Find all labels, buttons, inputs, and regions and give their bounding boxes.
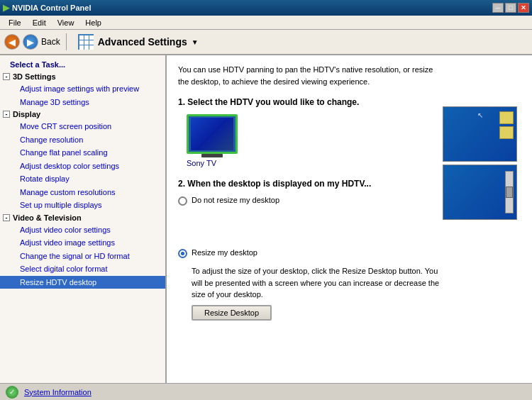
sidebar-item-select-digital[interactable]: Select digital color format — [0, 262, 165, 276]
radio-resize: Resize my desktop — [178, 248, 443, 258]
toolbar: ◀ ▶ Back Advanced Settings ▼ — [0, 30, 532, 55]
preview-icon-2 — [499, 126, 514, 139]
radio-no-resize-btn[interactable] — [178, 196, 187, 206]
preview-icon-1 — [499, 111, 514, 124]
sidebar-section-3d[interactable]: - 3D Settings — [0, 71, 165, 82]
tv-stand — [201, 154, 223, 157]
sidebar-item-adjust-image[interactable]: Adjust image settings with preview — [0, 82, 165, 96]
sidebar-3d-items: Adjust image settings with preview Manag… — [0, 82, 165, 109]
content-main: You can use HDTV panning to pan the HDTV… — [178, 64, 443, 321]
tree-expand-3d[interactable]: - — [3, 73, 10, 80]
sidebar-item-adjust-video-image[interactable]: Adjust video image settings — [0, 236, 165, 250]
sidebar-item-manage-custom[interactable]: Manage custom resolutions — [0, 186, 165, 199]
sidebar-item-change-res[interactable]: Change resolution — [0, 133, 165, 147]
status-bar: ✓ System Information — [0, 383, 532, 400]
back-label: Back — [41, 37, 60, 47]
sidebar-section-3d-label: 3D Settings — [13, 72, 56, 81]
menu-edit[interactable]: Edit — [27, 17, 52, 28]
preview-desktop-icons — [499, 111, 514, 139]
sidebar-item-rotate[interactable]: Rotate display — [0, 172, 165, 186]
menu-file[interactable]: File — [3, 17, 27, 28]
forward-button[interactable]: ▶ — [23, 34, 38, 50]
title-bar-left: ▶ NVIDIA Control Panel — [3, 3, 91, 13]
tree-expand-video[interactable]: - — [3, 214, 10, 221]
resize-desktop-button[interactable]: Resize Desktop — [192, 305, 272, 321]
radio-resize-btn[interactable] — [178, 249, 187, 258]
content-with-preview: You can use HDTV panning to pan the HDTV… — [178, 64, 521, 321]
sidebar-display-items: Move CRT screen position Change resoluti… — [0, 120, 165, 212]
sidebar-item-adjust-color[interactable]: Adjust desktop color settings — [0, 160, 165, 173]
tv-icon — [187, 114, 238, 154]
content-area: You can use HDTV panning to pan the HDTV… — [167, 55, 532, 383]
section1-title: 1. Select the HDTV you would like to cha… — [178, 97, 443, 107]
preview-slider-thumb — [506, 187, 513, 198]
menu-help[interactable]: Help — [79, 17, 107, 28]
tv-screen — [191, 118, 233, 150]
preview-column: ↖ — [443, 64, 521, 321]
tv-icon-wrapper[interactable] — [187, 114, 238, 157]
sidebar-item-setup-multiple[interactable]: Set up multiple displays — [0, 199, 165, 212]
app-logo-icon: ▶ — [3, 3, 9, 13]
tv-label: Sony TV — [187, 159, 216, 167]
sidebar-task-label: Select a Task... — [0, 58, 165, 71]
sidebar-section-video-label: Video & Television — [13, 213, 82, 222]
radio-resize-desc: To adjust the size of your desktop, clic… — [192, 265, 443, 301]
preview-resize — [443, 165, 517, 220]
intro-text: You can use HDTV panning to pan the HDTV… — [178, 64, 443, 87]
back-button[interactable]: ◀ — [4, 34, 20, 50]
menu-view[interactable]: View — [52, 17, 80, 28]
tree-expand-display[interactable]: - — [3, 111, 10, 118]
window-title: NVIDIA Control Panel — [12, 4, 91, 12]
sidebar-item-change-flat[interactable]: Change flat panel scaling — [0, 146, 165, 160]
radio-no-resize: Do not resize my desktop — [178, 196, 443, 206]
sidebar-item-move-crt[interactable]: Move CRT screen position — [0, 120, 165, 133]
preview-no-resize: ↖ — [443, 106, 517, 162]
sidebar: Select a Task... - 3D Settings Adjust im… — [0, 55, 167, 383]
advanced-settings-button[interactable]: Advanced Settings ▼ — [72, 33, 204, 51]
status-checkmark: ✓ — [9, 388, 15, 396]
sidebar-section-display-label: Display — [13, 110, 40, 118]
minimize-button[interactable]: ─ — [492, 3, 504, 13]
sidebar-item-change-signal[interactable]: Change the signal or HD format — [0, 250, 165, 263]
sidebar-video-items: Adjust video color settings Adjust video… — [0, 223, 165, 289]
close-button[interactable]: ✕ — [518, 3, 529, 13]
menu-bar: File Edit View Help — [0, 16, 532, 30]
advanced-settings-icon — [78, 34, 94, 50]
maximize-button[interactable]: □ — [505, 3, 516, 13]
radio-no-resize-label: Do not resize my desktop — [192, 196, 279, 204]
title-bar: ▶ NVIDIA Control Panel ─ □ ✕ — [0, 0, 532, 16]
preview-slider — [505, 171, 514, 213]
radio-resize-label: Resize my desktop — [192, 248, 257, 257]
status-icon: ✓ — [6, 386, 18, 399]
sidebar-item-adjust-video-color[interactable]: Adjust video color settings — [0, 223, 165, 237]
section2-title: 2. When the desktop is displayed on my H… — [178, 179, 443, 189]
sidebar-item-manage-3d[interactable]: Manage 3D settings — [0, 96, 165, 109]
system-info-link[interactable]: System Information — [24, 388, 92, 396]
sidebar-section-video-tv[interactable]: - Video & Television — [0, 212, 165, 223]
tv-container: Sony TV — [187, 114, 443, 167]
toolbar-separator — [66, 33, 67, 50]
advanced-settings-label: Advanced Settings — [98, 36, 187, 48]
sidebar-section-display[interactable]: - Display — [0, 109, 165, 120]
title-bar-buttons: ─ □ ✕ — [492, 3, 529, 13]
main-container: Select a Task... - 3D Settings Adjust im… — [0, 55, 532, 383]
adv-settings-dropdown-icon: ▼ — [192, 38, 199, 46]
preview-cursor-icon: ↖ — [477, 111, 483, 119]
sidebar-item-resize-hdtv[interactable]: Resize HDTV desktop — [0, 276, 165, 289]
